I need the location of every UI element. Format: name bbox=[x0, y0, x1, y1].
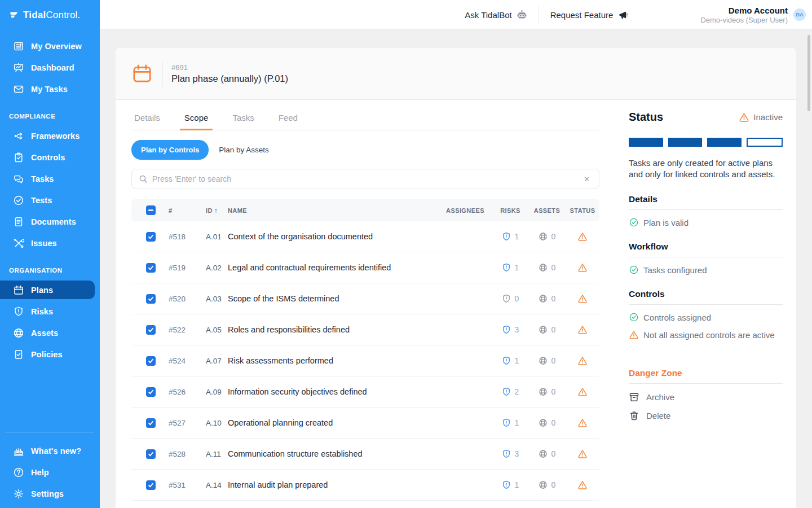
sidebar-item-settings[interactable]: Settings bbox=[0, 484, 100, 503]
row-checkbox[interactable] bbox=[146, 263, 156, 273]
row-status bbox=[566, 294, 599, 304]
progress-segment bbox=[707, 138, 742, 147]
row-status bbox=[566, 356, 599, 366]
risk-count: 1 bbox=[515, 232, 519, 241]
progress-segment bbox=[629, 138, 663, 147]
asset-count: 0 bbox=[551, 232, 556, 241]
tools-icon bbox=[13, 238, 24, 249]
sidebar-item-label: My Tasks bbox=[31, 85, 68, 94]
row-control-id: A.11 bbox=[198, 450, 220, 458]
sidebar-item-policies[interactable]: Policies bbox=[0, 345, 100, 364]
column-header-status[interactable]: STATUS bbox=[566, 207, 599, 214]
sidebar-item-risks[interactable]: Risks bbox=[0, 302, 100, 321]
clipboard-check-icon bbox=[13, 152, 24, 163]
row-risks: 1 bbox=[492, 232, 528, 241]
plan-tabs: DetailsScopeTasksFeed bbox=[131, 100, 599, 130]
status-section-details: DetailsPlan is valid bbox=[629, 194, 783, 227]
column-header-assignees[interactable]: ASSIGNEES bbox=[438, 207, 492, 214]
account-menu[interactable]: Demo Account Demo-videos (Super User) bbox=[700, 6, 788, 24]
sidebar-item-issues[interactable]: Issues bbox=[0, 234, 100, 252]
row-risks: 3 bbox=[492, 325, 528, 334]
risk-count: 1 bbox=[515, 418, 519, 427]
sidebar-item-controls[interactable]: Controls bbox=[0, 148, 100, 167]
asset-globe-icon bbox=[539, 356, 548, 365]
status-section-controls: ControlsControls assignedNot all assigne… bbox=[629, 289, 783, 340]
table-row[interactable]: #519A.02Legal and contractual requiremen… bbox=[131, 252, 599, 283]
status-item: Plan is valid bbox=[629, 217, 783, 227]
sidebar-item-documents[interactable]: Documents bbox=[0, 212, 100, 231]
danger-action-label: Archive bbox=[646, 392, 674, 402]
megaphone-icon bbox=[617, 10, 628, 20]
table-row[interactable]: #524A.07Risk assessments performed10 bbox=[131, 345, 599, 376]
search-clear-icon[interactable]: ✕ bbox=[581, 174, 592, 185]
tab-tasks[interactable]: Tasks bbox=[230, 110, 257, 130]
ask-tidalbot-button[interactable]: Ask TidalBot bbox=[453, 10, 538, 20]
table-body: #518A.01Context of the organisation docu… bbox=[131, 221, 599, 501]
delete-button[interactable]: Delete bbox=[629, 410, 783, 421]
row-number: #527 bbox=[161, 419, 198, 427]
select-all-checkbox[interactable] bbox=[146, 205, 156, 215]
sidebar-item-my-tasks[interactable]: My Tasks bbox=[0, 80, 100, 98]
help-icon bbox=[13, 467, 24, 478]
status-note: Tasks are only created for active plans … bbox=[629, 157, 783, 180]
table-row[interactable]: #522A.05Roles and responsibilities defin… bbox=[131, 314, 599, 345]
status-warning-icon bbox=[577, 480, 588, 490]
sidebar-item-label: Assets bbox=[31, 329, 58, 338]
status-item-text: Not all assigned controls are active bbox=[643, 330, 775, 340]
sidebar-item-tasks[interactable]: Tasks bbox=[0, 169, 100, 188]
table-row[interactable]: #528A.11Communication structure establis… bbox=[131, 439, 599, 470]
sidebar-item-frameworks[interactable]: Frameworks bbox=[0, 126, 100, 145]
row-checkbox[interactable] bbox=[146, 418, 156, 428]
sidebar-item-dashboard[interactable]: Dashboard bbox=[0, 58, 100, 77]
column-header-risks[interactable]: RISKS bbox=[492, 207, 528, 214]
gear-icon bbox=[13, 488, 24, 500]
column-header-name[interactable]: NAME bbox=[220, 207, 438, 214]
tab-feed[interactable]: Feed bbox=[276, 110, 301, 130]
archive-icon bbox=[629, 392, 639, 402]
plan-by-assets-button[interactable]: Plan by Assets bbox=[219, 146, 269, 154]
sidebar-item-tests[interactable]: Tests bbox=[0, 191, 100, 209]
scrollbar-thumb[interactable] bbox=[807, 35, 810, 111]
asset-globe-icon bbox=[539, 418, 548, 427]
page-title: Plan phase (annually) (P.01) bbox=[171, 73, 288, 84]
request-feature-button[interactable]: Request Feature bbox=[539, 10, 640, 20]
sidebar-item-assets[interactable]: Assets bbox=[0, 323, 100, 342]
sidebar-item-help[interactable]: Help bbox=[0, 463, 100, 481]
sidebar-divider bbox=[5, 432, 94, 432]
table-row[interactable]: #527A.10Operational planning created10 bbox=[131, 408, 599, 439]
row-checkbox[interactable] bbox=[146, 449, 156, 459]
row-checkbox[interactable] bbox=[146, 480, 156, 490]
row-checkbox[interactable] bbox=[146, 325, 156, 335]
status-item: Controls assigned bbox=[629, 312, 783, 322]
row-name: Operational planning created bbox=[220, 418, 438, 427]
avatar[interactable]: DA bbox=[793, 8, 806, 21]
sidebar-item-my-overview[interactable]: My Overview bbox=[0, 37, 100, 55]
document-icon bbox=[13, 216, 24, 227]
table-row[interactable]: #531A.14Internal audit plan prepared10 bbox=[131, 470, 599, 501]
trash-icon bbox=[629, 410, 639, 421]
row-checkbox[interactable] bbox=[146, 356, 156, 366]
column-header-[interactable]: # bbox=[161, 207, 198, 214]
table-row[interactable]: #526A.09Information security objectives … bbox=[131, 376, 599, 408]
tab-scope[interactable]: Scope bbox=[182, 110, 211, 130]
row-status bbox=[566, 418, 599, 428]
row-status bbox=[566, 449, 599, 459]
asset-globe-icon bbox=[539, 325, 548, 334]
row-checkbox[interactable] bbox=[146, 294, 156, 304]
sidebar-item-what-s-new[interactable]: What's new? bbox=[0, 441, 100, 460]
archive-button[interactable]: Archive bbox=[629, 392, 783, 402]
table-row[interactable]: #520A.03Scope of the ISMS determined00 bbox=[131, 283, 599, 314]
scope-pane: DetailsScopeTasksFeed Plan by Controls P… bbox=[131, 100, 599, 507]
row-checkbox[interactable] bbox=[146, 387, 156, 397]
row-number: #531 bbox=[161, 481, 198, 489]
sidebar-item-plans[interactable]: Plans bbox=[0, 281, 95, 299]
column-header-id[interactable]: ID↑ bbox=[198, 207, 220, 214]
column-header-assets[interactable]: ASSETS bbox=[528, 207, 566, 214]
sidebar-item-label: Controls bbox=[31, 153, 65, 162]
brand-logo[interactable]: TidalControl. bbox=[0, 9, 100, 21]
plan-by-controls-button[interactable]: Plan by Controls bbox=[131, 140, 209, 160]
tab-details[interactable]: Details bbox=[131, 110, 163, 130]
table-row[interactable]: #518A.01Context of the organisation docu… bbox=[131, 221, 599, 252]
search-input[interactable] bbox=[152, 174, 581, 183]
row-checkbox[interactable] bbox=[146, 232, 156, 242]
